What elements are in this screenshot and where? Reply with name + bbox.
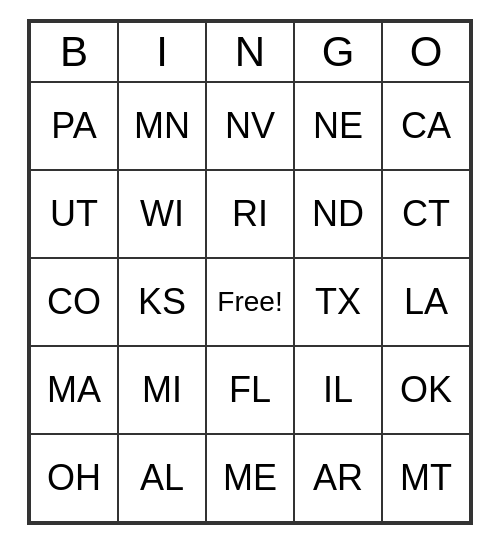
cell-2-0: CO (30, 258, 118, 346)
table-row: PA MN NV NE CA (30, 82, 470, 170)
cell-1-1: WI (118, 170, 206, 258)
cell-2-4: LA (382, 258, 470, 346)
cell-4-0: OH (30, 434, 118, 522)
header-i: I (118, 22, 206, 82)
cell-4-2: ME (206, 434, 294, 522)
cell-0-1: MN (118, 82, 206, 170)
cell-4-4: MT (382, 434, 470, 522)
cell-0-4: CA (382, 82, 470, 170)
table-row: MA MI FL IL OK (30, 346, 470, 434)
cell-3-2: FL (206, 346, 294, 434)
cell-0-2: NV (206, 82, 294, 170)
cell-1-4: CT (382, 170, 470, 258)
table-row: OH AL ME AR MT (30, 434, 470, 522)
cell-3-4: OK (382, 346, 470, 434)
cell-3-1: MI (118, 346, 206, 434)
header-o: O (382, 22, 470, 82)
bingo-table: B I N G O PA MN NV NE CA UT WI RI ND CT (29, 21, 471, 523)
bingo-card: B I N G O PA MN NV NE CA UT WI RI ND CT (27, 19, 473, 525)
cell-1-2: RI (206, 170, 294, 258)
header-n: N (206, 22, 294, 82)
cell-1-3: ND (294, 170, 382, 258)
cell-1-0: UT (30, 170, 118, 258)
table-row: UT WI RI ND CT (30, 170, 470, 258)
cell-3-3: IL (294, 346, 382, 434)
cell-0-0: PA (30, 82, 118, 170)
cell-4-3: AR (294, 434, 382, 522)
cell-2-2: Free! (206, 258, 294, 346)
cell-2-3: TX (294, 258, 382, 346)
header-row: B I N G O (30, 22, 470, 82)
cell-2-1: KS (118, 258, 206, 346)
header-b: B (30, 22, 118, 82)
header-g: G (294, 22, 382, 82)
table-row: CO KS Free! TX LA (30, 258, 470, 346)
cell-3-0: MA (30, 346, 118, 434)
cell-0-3: NE (294, 82, 382, 170)
cell-4-1: AL (118, 434, 206, 522)
